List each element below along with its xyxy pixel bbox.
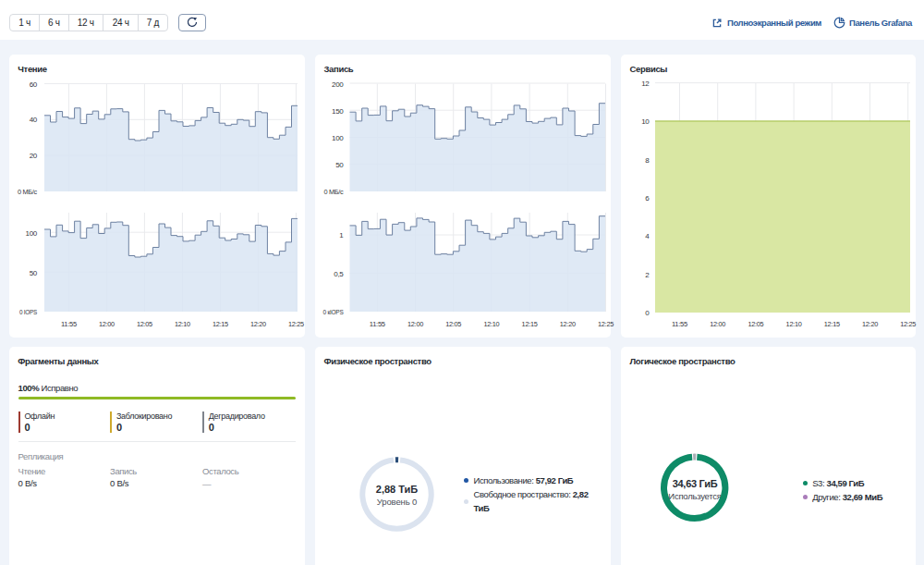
- svg-text:20: 20: [30, 152, 38, 160]
- svg-text:11:55: 11:55: [672, 320, 688, 328]
- svg-text:150: 150: [332, 107, 344, 116]
- svg-text:12:05: 12:05: [137, 320, 153, 328]
- svg-text:12:25: 12:25: [900, 320, 917, 328]
- svg-text:100: 100: [26, 229, 38, 238]
- svg-text:200: 200: [332, 80, 344, 89]
- svg-text:40: 40: [30, 116, 38, 124]
- svg-text:12:10: 12:10: [483, 320, 500, 328]
- svg-text:12: 12: [641, 80, 650, 88]
- svg-text:0 кIOPS: 0 кIOPS: [323, 308, 344, 316]
- svg-text:10: 10: [641, 117, 650, 126]
- svg-text:12:00: 12:00: [710, 320, 726, 328]
- svg-text:12:20: 12:20: [560, 320, 577, 328]
- svg-text:0 МБ/с: 0 МБ/с: [18, 188, 37, 196]
- svg-text:4: 4: [645, 232, 650, 240]
- svg-text:12:05: 12:05: [445, 320, 462, 328]
- svg-text:12:25: 12:25: [598, 320, 614, 328]
- svg-text:8: 8: [645, 156, 650, 165]
- svg-text:11:55: 11:55: [370, 320, 386, 328]
- svg-text:12:15: 12:15: [824, 320, 841, 328]
- svg-text:1: 1: [339, 231, 344, 240]
- svg-text:12:20: 12:20: [250, 320, 267, 328]
- svg-text:100: 100: [332, 134, 344, 142]
- svg-text:50: 50: [30, 269, 38, 277]
- svg-text:0 МБ/с: 0 МБ/с: [324, 188, 344, 196]
- svg-text:2: 2: [645, 271, 650, 279]
- svg-text:12:10: 12:10: [175, 320, 191, 328]
- svg-text:11:55: 11:55: [61, 320, 78, 328]
- svg-text:12:25: 12:25: [288, 320, 305, 328]
- svg-text:12:20: 12:20: [862, 320, 879, 328]
- svg-text:0 IOPS: 0 IOPS: [19, 308, 37, 316]
- svg-text:12:05: 12:05: [748, 320, 764, 328]
- svg-text:0,5: 0,5: [334, 270, 344, 278]
- svg-text:12:10: 12:10: [786, 320, 803, 328]
- svg-text:50: 50: [335, 161, 344, 169]
- svg-text:12:00: 12:00: [407, 320, 424, 328]
- svg-text:60: 60: [30, 80, 38, 89]
- svg-text:0: 0: [645, 309, 650, 317]
- svg-text:12:15: 12:15: [522, 320, 539, 328]
- svg-text:6: 6: [645, 194, 650, 203]
- svg-text:12:00: 12:00: [99, 320, 116, 328]
- svg-text:12:15: 12:15: [213, 320, 229, 328]
